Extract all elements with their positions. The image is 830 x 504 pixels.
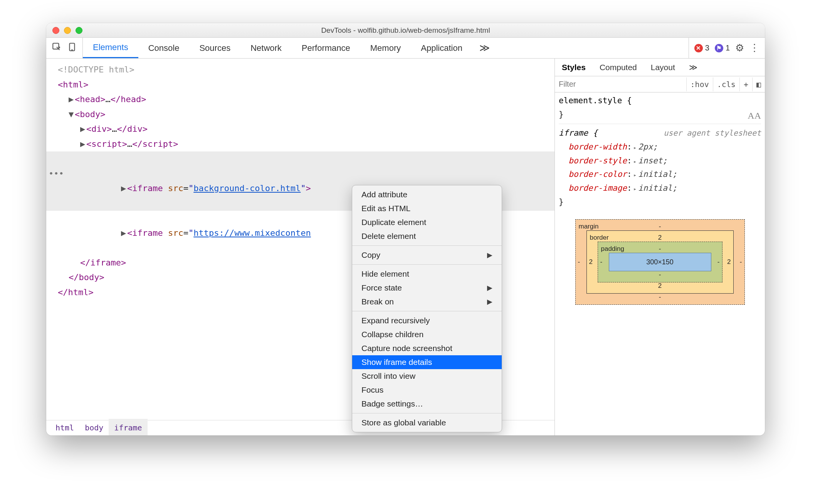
issue-badge[interactable]: ⚑ 1 [715,44,730,52]
ctx-edit-as-html[interactable]: Edit as HTML [352,202,502,215]
ctx-duplicate-element[interactable]: Duplicate element [352,215,502,229]
stab-styles[interactable]: Styles [555,59,593,76]
tabs-overflow-icon[interactable]: ≫ [472,38,497,58]
tab-memory[interactable]: Memory [360,38,411,58]
styles-filter-row: :hov .cls + ◧ [555,76,765,92]
ctx-separator [352,413,502,413]
css-declaration[interactable]: border-width:▸2px; [559,140,761,154]
styles-pane: Styles Computed Layout ≫ :hov .cls + ◧ e… [554,59,765,435]
ctx-capture-node-screenshot[interactable]: Capture node screenshot [352,341,502,355]
ctx-expand-recursively[interactable]: Expand recursively [352,314,502,328]
font-size-icon[interactable]: AA [748,108,761,124]
inspect-icon[interactable] [52,42,62,54]
ctx-collapse-children[interactable]: Collapse children [352,328,502,341]
crumb-html[interactable]: html [50,419,79,435]
ctx-scroll-into-view[interactable]: Scroll into view [352,369,502,383]
device-icon[interactable] [67,42,77,54]
css-declaration[interactable]: border-color:▸initial; [559,168,761,181]
ctx-break-on[interactable]: Break on▶ [352,295,502,309]
error-count: 3 [705,44,709,52]
hov-button[interactable]: :hov [686,77,713,91]
ctx-separator [352,245,502,246]
ctx-badge-settings-[interactable]: Badge settings… [352,397,502,411]
stab-computed[interactable]: Computed [593,59,644,76]
ctx-separator [352,264,502,265]
bm-padding-label: padding [601,244,625,255]
styles-tabs: Styles Computed Layout ≫ [555,59,765,76]
styles-body: element.style { } AA iframe { user agent… [555,92,765,435]
css-declaration[interactable]: border-image:▸initial; [559,181,761,195]
tab-sources[interactable]: Sources [189,38,240,58]
iframe-rule-close: } [559,195,761,209]
ctx-show-iframe-details[interactable]: Show iframe details [352,355,502,369]
dom-body-open[interactable]: ▼<body> [46,107,554,122]
ctx-add-attribute[interactable]: Add attribute [352,188,502,202]
ctx-separator [352,311,502,311]
context-menu[interactable]: Add attributeEdit as HTMLDuplicate eleme… [352,185,502,432]
devtools-window: DevTools - wolfib.github.io/web-demos/js… [46,23,765,435]
tab-network[interactable]: Network [240,38,292,58]
ctx-hide-element[interactable]: Hide element [352,267,502,281]
crumb-iframe[interactable]: iframe [109,419,147,435]
ctx-delete-element[interactable]: Delete element [352,229,502,243]
tab-console[interactable]: Console [138,38,190,58]
main-tabs: Elements Console Sources Network Perform… [83,38,472,58]
css-declaration[interactable]: border-style:▸inset; [559,154,761,168]
ctx-force-state[interactable]: Force state▶ [352,281,502,295]
dom-doctype[interactable]: <!DOCTYPE html> [58,65,134,74]
gear-icon[interactable]: ⚙ [735,42,744,54]
add-rule-button[interactable]: + [739,77,752,91]
tab-elements[interactable]: Elements [83,38,138,58]
toggle-sidebar-icon[interactable]: ◧ [752,77,765,91]
error-dot-icon: ✕ [694,44,703,52]
stab-layout[interactable]: Layout [644,59,682,76]
gutter-dots-icon: ••• [49,166,64,181]
dom-head[interactable]: ▶<head>…</head> [46,92,554,107]
bm-content-size: 300×150 [609,253,711,272]
filter-input[interactable] [555,77,686,91]
ctx-copy[interactable]: Copy▶ [352,248,502,262]
kebab-icon[interactable]: ⋮ [749,42,759,54]
toolbar-right: ✕ 3 ⚑ 1 ⚙ ⋮ [689,38,765,58]
window-title: DevTools - wolfib.github.io/web-demos/js… [46,26,765,35]
element-style-open[interactable]: element.style { [559,96,632,105]
titlebar: DevTools - wolfib.github.io/web-demos/js… [46,23,765,38]
cls-button[interactable]: .cls [713,77,739,91]
dom-div[interactable]: ▶<div>…</div> [46,122,554,137]
issue-count: 1 [726,44,730,52]
tab-application[interactable]: Application [411,38,472,58]
toolbar-left [46,38,83,58]
ctx-store-as-global-variable[interactable]: Store as global variable [352,416,502,430]
error-badge[interactable]: ✕ 3 [694,44,709,52]
dom-script[interactable]: ▶<script>…</script> [46,137,554,152]
issue-dot-icon: ⚑ [715,44,723,52]
element-style-close: } [559,110,564,119]
ua-stylesheet-label: user agent stylesheet [664,126,761,139]
ctx-focus[interactable]: Focus [352,383,502,397]
box-model-diagram[interactable]: margin - - - - border 2 2 2 2 [575,219,745,305]
iframe-selector[interactable]: iframe { [559,128,598,138]
main-toolbar: Elements Console Sources Network Perform… [46,38,765,59]
crumb-body[interactable]: body [79,419,109,435]
stab-overflow-icon[interactable]: ≫ [682,59,704,76]
dom-html-open[interactable]: <html> [58,80,88,89]
tab-performance[interactable]: Performance [292,38,360,58]
